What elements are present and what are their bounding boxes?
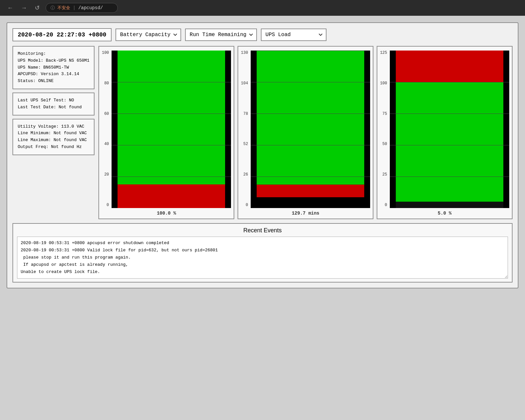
load-grid-4 — [390, 177, 509, 177]
load-y-100: 100 — [380, 81, 387, 86]
runtime-y-52: 52 — [243, 142, 248, 146]
battery-y-60: 60 — [104, 112, 109, 116]
runtime-svg — [251, 51, 370, 208]
battery-capacity-dropdown[interactable]: Battery Capacity — [116, 29, 181, 41]
runtime-y-axis: 130 104 78 52 26 0 — [241, 51, 249, 208]
grid-line-2 — [112, 114, 231, 114]
event-line-2: 2020-08-19 00:53:31 +0800 Valid lock fil… — [21, 247, 504, 254]
battery-svg — [112, 51, 231, 208]
timestamp-display: 2020-08-20 22:27:03 +0800 — [12, 28, 112, 41]
load-y-25: 25 — [382, 172, 387, 177]
load-y-75: 75 — [382, 112, 387, 116]
load-grid-2 — [390, 114, 509, 114]
events-log[interactable]: 2020-08-19 00:53:31 +0800 apcupsd error … — [17, 237, 508, 279]
info-icon: ⓘ — [51, 5, 55, 11]
load-value-label: 5.0 % — [438, 211, 452, 216]
svg-rect-3 — [257, 185, 364, 197]
run-time-dropdown[interactable]: Run Time Remaining — [185, 29, 257, 41]
back-button[interactable]: ← — [5, 3, 15, 13]
runtime-chart-wrapper: 130 104 78 52 26 0 — [241, 51, 370, 208]
browser-chrome: ← → ↺ ⓘ 不安全 | /apcupsd/ — [0, 0, 525, 16]
address-text: /apcupsd/ — [78, 5, 103, 10]
grid-line-4 — [112, 177, 231, 177]
svg-rect-5 — [396, 82, 503, 202]
event-line-5: Unable to create UPS lock file. — [21, 268, 504, 276]
top-bar: 2020-08-20 22:27:03 +0800 Battery Capaci… — [12, 28, 513, 41]
voltage-box: Utility Voltage: 113.0 VAC Line Minimum:… — [12, 119, 94, 155]
battery-value-label: 100.0 % — [157, 211, 176, 216]
battery-chart-wrapper: 100 80 60 40 20 0 — [102, 51, 231, 208]
grid-line-3 — [112, 145, 231, 145]
ups-model: UPS Model: Back-UPS NS 650M1 — [18, 57, 89, 64]
rt-grid-1 — [251, 82, 370, 82]
recent-events-title: Recent Events — [17, 227, 508, 234]
last-test-label: Last UPS Self Test: NO — [18, 97, 89, 104]
charts-area: 100 80 60 40 20 0 — [98, 46, 513, 219]
runtime-y-26: 26 — [243, 172, 248, 177]
utility-voltage: Utility Voltage: 113.0 VAC — [18, 123, 89, 130]
forward-button[interactable]: → — [19, 3, 29, 13]
output-freq: Output Freq: Not found Hz — [18, 144, 89, 151]
load-y-axis: 125 100 75 50 25 0 — [380, 51, 388, 208]
last-test-date: Last Test Date: Not found — [18, 104, 89, 111]
ups-status: Status: ONLINE — [18, 78, 89, 85]
svg-rect-2 — [257, 51, 364, 185]
monitoring-label: Monitoring: — [18, 51, 89, 57]
load-chart-container: 125 100 75 50 25 0 — [377, 46, 513, 219]
info-panel: Monitoring: UPS Model: Back-UPS NS 650M1… — [12, 46, 94, 219]
apcupsd-version: APCUPSD: Version 3.14.14 — [18, 71, 89, 78]
runtime-y-104: 104 — [241, 81, 248, 86]
rt-grid-4 — [251, 177, 370, 177]
load-chart-area — [390, 51, 509, 208]
svg-rect-1 — [117, 184, 225, 208]
runtime-y-0: 0 — [246, 203, 248, 207]
battery-y-axis: 100 80 60 40 20 0 — [102, 51, 110, 208]
battery-chart-area — [112, 51, 231, 208]
svg-rect-6 — [396, 202, 503, 208]
ups-name: UPS Name: BN650M1-TW — [18, 64, 89, 71]
line-minimum: Line Minimum: Not found VAC — [18, 130, 89, 137]
grid-line-1 — [112, 82, 231, 82]
svg-rect-0 — [117, 51, 225, 184]
battery-y-40: 40 — [104, 142, 109, 146]
main-container: 2020-08-20 22:27:03 +0800 Battery Capaci… — [7, 22, 518, 288]
rt-grid-2 — [251, 114, 370, 114]
battery-chart-container: 100 80 60 40 20 0 — [98, 46, 234, 219]
rt-grid-3 — [251, 145, 370, 145]
security-label: 不安全 — [57, 5, 70, 11]
battery-y-20: 20 — [104, 172, 109, 177]
reload-button[interactable]: ↺ — [33, 3, 42, 13]
event-line-4: If apcupsd or apctest is already running… — [21, 261, 504, 268]
load-y-0: 0 — [385, 203, 387, 207]
battery-y-100: 100 — [102, 51, 109, 55]
runtime-y-130: 130 — [241, 51, 248, 55]
self-test-box: Last UPS Self Test: NO Last Test Date: N… — [12, 93, 94, 116]
load-y-125: 125 — [380, 51, 387, 55]
runtime-value-label: 129.7 mins — [292, 211, 319, 216]
svg-rect-4 — [396, 51, 503, 82]
event-line-1: 2020-08-19 00:53:31 +0800 apcupsd error … — [21, 240, 504, 247]
runtime-chart-area — [251, 51, 370, 208]
load-svg — [390, 51, 509, 208]
line-maximum: Line Maximum: Not found VAC — [18, 137, 89, 144]
load-grid-1 — [390, 82, 509, 82]
battery-y-80: 80 — [104, 81, 109, 86]
load-y-50: 50 — [382, 142, 387, 146]
content-area: Monitoring: UPS Model: Back-UPS NS 650M1… — [12, 46, 513, 219]
event-line-3: please stop it and run this program agai… — [21, 254, 504, 261]
ups-load-dropdown[interactable]: UPS Load — [261, 29, 326, 41]
address-bar[interactable]: ⓘ 不安全 | /apcupsd/ — [46, 3, 118, 13]
runtime-y-78: 78 — [243, 112, 248, 116]
recent-events-section: Recent Events 2020-08-19 00:53:31 +0800 … — [12, 223, 513, 283]
load-grid-3 — [390, 145, 509, 145]
monitoring-box: Monitoring: UPS Model: Back-UPS NS 650M1… — [12, 46, 94, 89]
page-wrapper: 2020-08-20 22:27:03 +0800 Battery Capaci… — [0, 16, 525, 295]
load-chart-wrapper: 125 100 75 50 25 0 — [380, 51, 509, 208]
battery-y-0: 0 — [107, 203, 109, 207]
runtime-chart-container: 130 104 78 52 26 0 — [238, 46, 373, 219]
